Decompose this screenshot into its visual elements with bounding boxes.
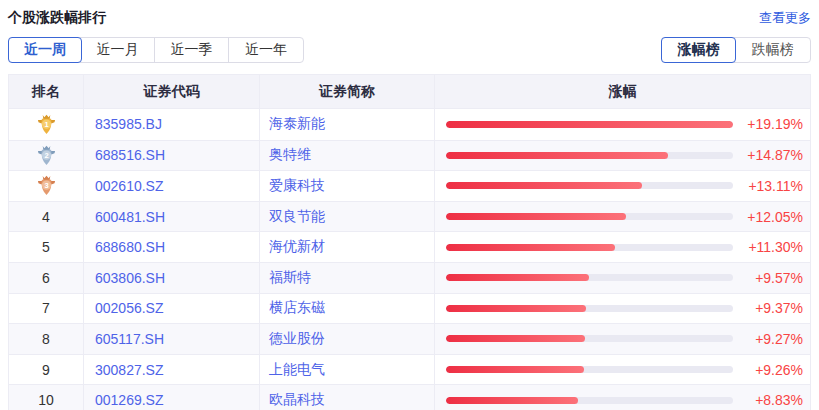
rank-cell: 10 (9, 385, 84, 410)
stock-name-link[interactable]: 德业股份 (260, 324, 435, 354)
table-body: 1 835985.BJ 海泰新能 +19.19% 2 688516.SH 奥特维… (9, 109, 810, 410)
widget-header: 个股涨跌幅排行 查看更多 (0, 0, 819, 27)
column-header-name: 证券简称 (260, 75, 435, 108)
column-header-rank: 排名 (9, 75, 84, 108)
change-cell: +12.05% (435, 202, 810, 232)
change-value: +19.19% (733, 116, 803, 132)
stock-name-link[interactable]: 双良节能 (260, 202, 435, 232)
change-bar-track (446, 244, 733, 251)
table-row[interactable]: 2 688516.SH 奥特维 +14.87% (9, 140, 810, 171)
period-tab-group: 近一周 近一月 近一季 近一年 (8, 37, 304, 63)
page-title: 个股涨跌幅排行 (8, 9, 106, 27)
table-row[interactable]: 10 001269.SZ 欧晶科技 +8.83% (9, 384, 810, 410)
stock-name-link[interactable]: 福斯特 (260, 263, 435, 293)
change-cell: +8.83% (435, 385, 810, 410)
rank-cell: 8 (9, 324, 84, 354)
change-cell: +13.11% (435, 171, 810, 201)
change-value: +11.30% (733, 239, 803, 255)
stock-code-link[interactable]: 600481.SH (84, 202, 260, 232)
change-bar-fill (446, 244, 615, 251)
tab-last-month[interactable]: 近一月 (81, 38, 155, 62)
column-header-change: 涨幅 (435, 75, 810, 108)
stock-code-link[interactable]: 002056.SZ (84, 294, 260, 324)
rank-cell: 7 (9, 294, 84, 324)
rank-cell: 3 (9, 171, 84, 201)
change-bar-fill (446, 366, 584, 373)
rank-cell: 4 (9, 202, 84, 232)
change-value: +9.57% (733, 270, 803, 286)
change-bar-fill (446, 335, 585, 342)
table-row[interactable]: 5 688680.SH 海优新材 +11.30% (9, 231, 810, 262)
change-cell: +9.26% (435, 355, 810, 385)
change-bar-fill (446, 152, 668, 159)
tab-gainers-board[interactable]: 涨幅榜 (661, 37, 736, 63)
ranking-table: 排名 证券代码 证券简称 涨幅 1 835985.BJ 海泰新能 +19.19%… (8, 74, 811, 410)
table-row[interactable]: 8 605117.SH 德业股份 +9.27% (9, 323, 810, 354)
change-value: +12.05% (733, 209, 803, 225)
rank-cell: 2 (9, 141, 84, 171)
change-bar-track (446, 274, 733, 281)
change-cell: +9.37% (435, 294, 810, 324)
stock-name-link[interactable]: 奥特维 (260, 141, 435, 171)
stock-code-link[interactable]: 603806.SH (84, 263, 260, 293)
tab-last-week[interactable]: 近一周 (8, 37, 82, 63)
view-more-link[interactable]: 查看更多 (759, 9, 811, 27)
tabs-row: 近一周 近一月 近一季 近一年 涨幅榜 跌幅榜 (8, 37, 811, 63)
change-value: +9.26% (733, 362, 803, 378)
stock-code-link[interactable]: 300827.SZ (84, 355, 260, 385)
change-bar-track (446, 182, 733, 189)
rank-cell: 1 (9, 109, 84, 140)
change-bar-track (446, 213, 733, 220)
change-bar-track (446, 305, 733, 312)
change-cell: +9.27% (435, 324, 810, 354)
stock-code-link[interactable]: 835985.BJ (84, 109, 260, 140)
change-cell: +19.19% (435, 109, 810, 140)
rank-medal-icon: 2 (37, 145, 56, 166)
change-bar-track (446, 397, 733, 404)
table-row[interactable]: 6 603806.SH 福斯特 +9.57% (9, 262, 810, 293)
board-tab-group: 涨幅榜 跌幅榜 (661, 37, 811, 63)
change-bar-fill (446, 274, 589, 281)
change-value: +9.27% (733, 331, 803, 347)
svg-text:2: 2 (44, 151, 48, 160)
table-row[interactable]: 9 300827.SZ 上能电气 +9.26% (9, 354, 810, 385)
stock-code-link[interactable]: 605117.SH (84, 324, 260, 354)
column-header-code: 证券代码 (84, 75, 260, 108)
tab-last-year[interactable]: 近一年 (229, 38, 303, 62)
stock-name-link[interactable]: 海泰新能 (260, 109, 435, 140)
tab-last-quarter[interactable]: 近一季 (155, 38, 229, 62)
stock-code-link[interactable]: 002610.SZ (84, 171, 260, 201)
change-value: +9.37% (733, 300, 803, 316)
change-bar-fill (446, 121, 733, 128)
change-bar-fill (446, 213, 626, 220)
change-bar-track (446, 121, 733, 128)
stock-code-link[interactable]: 001269.SZ (84, 385, 260, 410)
rank-cell: 5 (9, 232, 84, 262)
change-value: +8.83% (733, 392, 803, 408)
tab-losers-board[interactable]: 跌幅榜 (735, 38, 810, 62)
change-value: +13.11% (733, 178, 803, 194)
stock-code-link[interactable]: 688680.SH (84, 232, 260, 262)
stock-ranking-widget: 个股涨跌幅排行 查看更多 近一周 近一月 近一季 近一年 涨幅榜 跌幅榜 排名 … (0, 0, 819, 410)
stock-name-link[interactable]: 上能电气 (260, 355, 435, 385)
table-row[interactable]: 4 600481.SH 双良节能 +12.05% (9, 201, 810, 232)
stock-name-link[interactable]: 海优新材 (260, 232, 435, 262)
change-bar-fill (446, 397, 578, 404)
change-bar-track (446, 152, 733, 159)
change-bar-track (446, 366, 733, 373)
change-value: +14.87% (733, 147, 803, 163)
stock-name-link[interactable]: 爱康科技 (260, 171, 435, 201)
svg-text:3: 3 (44, 181, 48, 190)
stock-name-link[interactable]: 欧晶科技 (260, 385, 435, 410)
table-row[interactable]: 7 002056.SZ 横店东磁 +9.37% (9, 293, 810, 324)
change-cell: +11.30% (435, 232, 810, 262)
rank-cell: 9 (9, 355, 84, 385)
change-cell: +9.57% (435, 263, 810, 293)
table-row[interactable]: 3 002610.SZ 爱康科技 +13.11% (9, 170, 810, 201)
stock-name-link[interactable]: 横店东磁 (260, 294, 435, 324)
stock-code-link[interactable]: 688516.SH (84, 141, 260, 171)
change-bar-track (446, 335, 733, 342)
rank-cell: 6 (9, 263, 84, 293)
change-bar-fill (446, 305, 586, 312)
table-row[interactable]: 1 835985.BJ 海泰新能 +19.19% (9, 109, 810, 140)
